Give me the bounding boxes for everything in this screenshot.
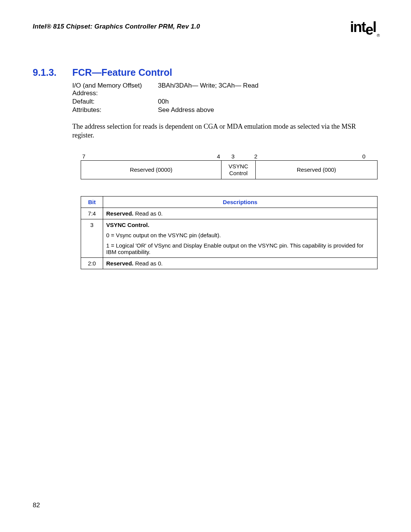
description-table: Bit Descriptions 7:4Reserved. Read as 0.… <box>81 196 378 269</box>
table-row: 7:4Reserved. Read as 0. <box>81 208 378 219</box>
running-header: Intel® 815 Chipset: Graphics Controller … <box>33 23 378 30</box>
desc-text-cell: Reserved. Read as 0. <box>103 208 378 219</box>
register-spec: I/O (and Memory Offset) Address: 3BAh/3D… <box>72 82 378 114</box>
desc-header-descriptions: Descriptions <box>103 197 378 208</box>
logo-text: intel <box>350 19 376 38</box>
desc-text-cell: Reserved. Read as 0. <box>103 258 378 269</box>
table-row: 3VSYNC Control.0 = Vsync output on the V… <box>81 219 378 258</box>
spec-attributes-value: See Address above <box>158 106 378 114</box>
spec-default-value: 00h <box>158 98 378 105</box>
desc-bit-cell: 2:0 <box>81 258 103 269</box>
logo-registered: ® <box>377 33 379 38</box>
section-title: FCR—Feature Control <box>72 67 172 78</box>
section-number: 9.1.3. <box>33 67 72 78</box>
bit-field-vsync-line1: VSYNC <box>223 163 254 170</box>
desc-header-bit: Bit <box>81 197 103 208</box>
bit-field-diagram: 7 4 3 2 0 Reserved (0000) VSYNC Control … <box>72 153 378 179</box>
bit-field-reserved-low: Reserved (000) <box>256 161 377 179</box>
page-number: 82 <box>33 502 40 509</box>
spec-addr-value: 3BAh/3DAh— Write; 3CAh— Read <box>158 82 378 97</box>
bit-field-vsync: VSYNC Control <box>221 161 256 179</box>
table-row: 2:0Reserved. Read as 0. <box>81 258 378 269</box>
bit-field-reserved-high: Reserved (0000) <box>81 161 221 179</box>
desc-text-cell: VSYNC Control.0 = Vsync output on the VS… <box>103 219 378 258</box>
desc-bit-cell: 7:4 <box>81 208 103 219</box>
body-paragraph: The address selection for reads is depen… <box>72 122 378 139</box>
spec-addr-label: I/O (and Memory Offset) Address: <box>72 82 158 97</box>
spec-default-label: Default: <box>72 98 158 105</box>
spec-attributes-label: Attributes: <box>72 106 158 114</box>
bit-field-vsync-line2: Control <box>223 170 254 177</box>
desc-bit-cell: 3 <box>81 219 103 258</box>
intel-logo: intel® <box>350 19 378 36</box>
